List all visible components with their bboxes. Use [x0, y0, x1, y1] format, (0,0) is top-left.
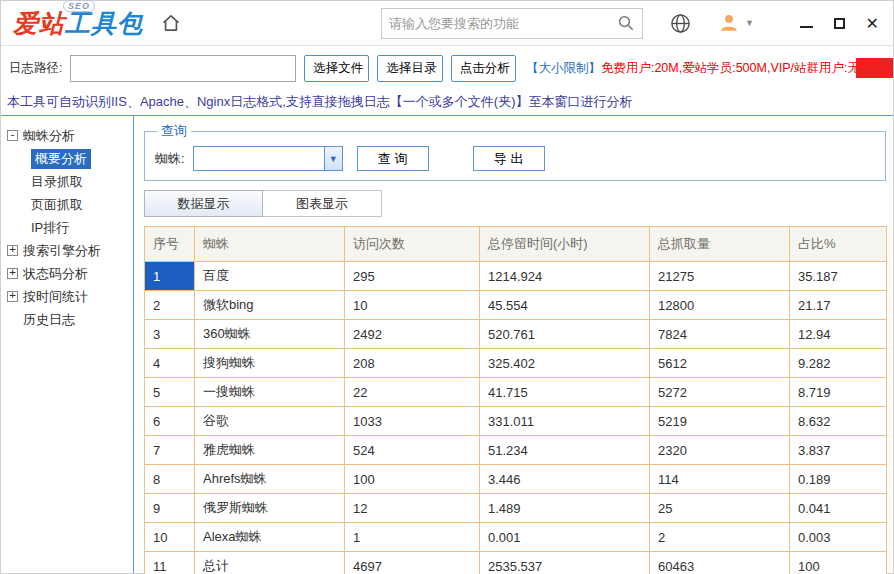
table-cell[interactable]: 一搜蜘蛛: [195, 378, 345, 407]
table-cell[interactable]: 51.234: [480, 436, 650, 465]
collapse-icon[interactable]: -: [7, 130, 18, 141]
table-cell[interactable]: 35.187: [790, 262, 887, 291]
table-cell[interactable]: 俄罗斯蜘蛛: [195, 494, 345, 523]
home-icon[interactable]: [161, 13, 181, 33]
table-cell[interactable]: 325.402: [480, 349, 650, 378]
table-cell[interactable]: 10: [345, 291, 480, 320]
table-cell[interactable]: 295: [345, 262, 480, 291]
user-account-menu[interactable]: ▼: [718, 12, 754, 34]
table-cell[interactable]: 2: [650, 523, 790, 552]
select-arrow-icon[interactable]: ▼: [324, 147, 342, 170]
sidebar-item[interactable]: +搜索引擎分析: [7, 239, 133, 262]
table-cell[interactable]: 9: [145, 494, 195, 523]
table-row[interactable]: 9俄罗斯蜘蛛121.489250.041: [145, 494, 887, 523]
table-cell[interactable]: 3: [145, 320, 195, 349]
table-cell[interactable]: 雅虎蜘蛛: [195, 436, 345, 465]
table-cell[interactable]: 2: [145, 291, 195, 320]
table-cell[interactable]: 1: [345, 523, 480, 552]
table-cell[interactable]: 百度: [195, 262, 345, 291]
expand-icon[interactable]: +: [7, 245, 18, 256]
table-cell[interactable]: 8: [145, 465, 195, 494]
table-row[interactable]: 11总计46972535.53760463100: [145, 552, 887, 574]
expand-icon[interactable]: +: [7, 268, 18, 279]
table-cell[interactable]: 3.837: [790, 436, 887, 465]
column-header[interactable]: 占比%: [790, 227, 887, 262]
table-row[interactable]: 3360蜘蛛2492520.761782412.94: [145, 320, 887, 349]
table-cell[interactable]: 12: [345, 494, 480, 523]
minimize-button[interactable]: [800, 15, 813, 31]
tab-data-view[interactable]: 数据显示: [144, 190, 263, 217]
table-row[interactable]: 4搜狗蜘蛛208325.40256129.282: [145, 349, 887, 378]
table-cell[interactable]: 45.554: [480, 291, 650, 320]
table-cell[interactable]: 0.001: [480, 523, 650, 552]
table-cell[interactable]: 21.17: [790, 291, 887, 320]
table-cell[interactable]: 谷歌: [195, 407, 345, 436]
table-cell[interactable]: 524: [345, 436, 480, 465]
table-cell[interactable]: 0.189: [790, 465, 887, 494]
table-cell[interactable]: 2320: [650, 436, 790, 465]
globe-icon[interactable]: [669, 12, 692, 35]
table-cell[interactable]: 搜狗蜘蛛: [195, 349, 345, 378]
table-cell[interactable]: 5612: [650, 349, 790, 378]
table-cell[interactable]: 12800: [650, 291, 790, 320]
sidebar-item[interactable]: 概要分析: [31, 147, 133, 170]
table-cell[interactable]: 总计: [195, 552, 345, 574]
table-cell[interactable]: 360蜘蛛: [195, 320, 345, 349]
log-path-input[interactable]: [70, 55, 296, 82]
tab-chart-view[interactable]: 图表显示: [263, 190, 382, 217]
table-cell[interactable]: 7: [145, 436, 195, 465]
table-cell[interactable]: 100: [790, 552, 887, 574]
table-row[interactable]: 10Alexa蜘蛛10.00120.003: [145, 523, 887, 552]
column-header[interactable]: 访问次数: [345, 227, 480, 262]
table-cell[interactable]: 41.715: [480, 378, 650, 407]
table-cell[interactable]: 1033: [345, 407, 480, 436]
table-cell[interactable]: 1214.924: [480, 262, 650, 291]
table-cell[interactable]: 1: [145, 262, 195, 291]
close-button[interactable]: ✕: [866, 15, 879, 31]
table-cell[interactable]: 0.003: [790, 523, 887, 552]
table-cell[interactable]: 5: [145, 378, 195, 407]
sidebar-item[interactable]: 目录抓取: [31, 170, 133, 193]
table-cell[interactable]: 60463: [650, 552, 790, 574]
sidebar-item[interactable]: -蜘蛛分析: [7, 124, 133, 147]
table-row[interactable]: 1百度2951214.9242127535.187: [145, 262, 887, 291]
table-cell[interactable]: 10: [145, 523, 195, 552]
table-cell[interactable]: 2535.537: [480, 552, 650, 574]
table-cell[interactable]: 8.719: [790, 378, 887, 407]
table-cell[interactable]: 21275: [650, 262, 790, 291]
table-cell[interactable]: 微软bing: [195, 291, 345, 320]
table-cell[interactable]: 208: [345, 349, 480, 378]
table-cell[interactable]: 114: [650, 465, 790, 494]
table-cell[interactable]: 1.489: [480, 494, 650, 523]
select-file-button[interactable]: 选择文件: [304, 55, 369, 82]
maximize-button[interactable]: [834, 15, 845, 31]
search-input[interactable]: [389, 16, 617, 31]
table-cell[interactable]: 5272: [650, 378, 790, 407]
table-cell[interactable]: 9.282: [790, 349, 887, 378]
spider-select[interactable]: ▼: [193, 146, 343, 171]
table-cell[interactable]: 5219: [650, 407, 790, 436]
table-cell[interactable]: 7824: [650, 320, 790, 349]
sidebar-item[interactable]: IP排行: [31, 216, 133, 239]
search-icon[interactable]: [617, 14, 635, 32]
sidebar-item[interactable]: +按时间统计: [7, 285, 133, 308]
table-cell[interactable]: Ahrefs蜘蛛: [195, 465, 345, 494]
column-header[interactable]: 总停留时间(小时): [480, 227, 650, 262]
table-cell[interactable]: 4697: [345, 552, 480, 574]
table-cell[interactable]: 520.761: [480, 320, 650, 349]
column-header[interactable]: 序号: [145, 227, 195, 262]
sidebar-item[interactable]: 页面抓取: [31, 193, 133, 216]
table-cell[interactable]: 2492: [345, 320, 480, 349]
table-row[interactable]: 7雅虎蜘蛛52451.23423203.837: [145, 436, 887, 465]
sidebar-item[interactable]: 历史日志: [7, 308, 133, 331]
column-header[interactable]: 蜘蛛: [195, 227, 345, 262]
export-button[interactable]: 导 出: [473, 146, 545, 171]
table-cell[interactable]: 25: [650, 494, 790, 523]
table-cell[interactable]: 3.446: [480, 465, 650, 494]
query-button[interactable]: 查 询: [357, 146, 429, 171]
sidebar-item[interactable]: +状态码分析: [7, 262, 133, 285]
table-cell[interactable]: 331.011: [480, 407, 650, 436]
table-cell[interactable]: Alexa蜘蛛: [195, 523, 345, 552]
expand-icon[interactable]: +: [7, 291, 18, 302]
table-cell[interactable]: 100: [345, 465, 480, 494]
